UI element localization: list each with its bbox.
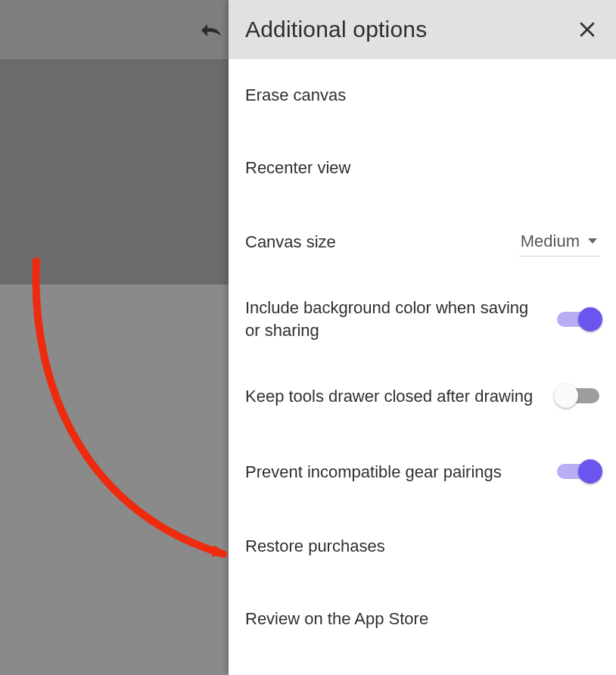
close-icon	[578, 20, 596, 39]
erase-canvas-label: Erase canvas	[245, 84, 599, 107]
keep-tools-closed-label: Keep tools drawer closed after drawing	[245, 385, 557, 408]
toggle-thumb	[578, 459, 602, 484]
prevent-pairings-toggle[interactable]	[557, 462, 599, 481]
prevent-pairings-label: Prevent incompatible gear pairings	[245, 461, 557, 484]
include-background-label: Include background color when saving or …	[245, 297, 557, 341]
canvas-size-row: Canvas size Medium	[245, 204, 599, 280]
recenter-view-label: Recenter view	[245, 157, 599, 179]
caret-down-icon	[587, 238, 598, 245]
toggle-thumb	[578, 307, 602, 331]
panel-body: Erase canvas Recenter view Canvas size M…	[229, 59, 616, 675]
panel-header: Additional options	[229, 0, 616, 59]
canvas-size-value: Medium	[521, 232, 580, 251]
additional-options-panel: Additional options Erase canvas Recenter…	[229, 0, 616, 675]
erase-canvas-row[interactable]: Erase canvas	[245, 59, 599, 132]
keep-tools-closed-toggle[interactable]	[557, 387, 599, 405]
close-button[interactable]	[575, 17, 599, 42]
canvas-size-label: Canvas size	[245, 231, 519, 254]
recenter-view-row[interactable]: Recenter view	[245, 132, 599, 204]
canvas-size-select[interactable]: Medium	[519, 229, 599, 257]
prevent-pairings-row: Prevent incompatible gear pairings	[245, 434, 599, 509]
include-background-toggle[interactable]	[557, 310, 599, 328]
app-stage: Additional options Erase canvas Recenter…	[0, 0, 616, 675]
keep-tools-closed-row: Keep tools drawer closed after drawing	[245, 358, 599, 434]
toggle-thumb	[554, 384, 578, 408]
restore-purchases-row[interactable]: Restore purchases	[245, 509, 599, 582]
include-background-row: Include background color when saving or …	[245, 280, 599, 358]
restore-purchases-label: Restore purchases	[245, 535, 599, 558]
undo-icon	[197, 20, 224, 41]
review-app-store-label: Review on the App Store	[245, 608, 599, 630]
review-app-store-row[interactable]: Review on the App Store	[245, 582, 599, 655]
panel-title: Additional options	[245, 17, 427, 42]
